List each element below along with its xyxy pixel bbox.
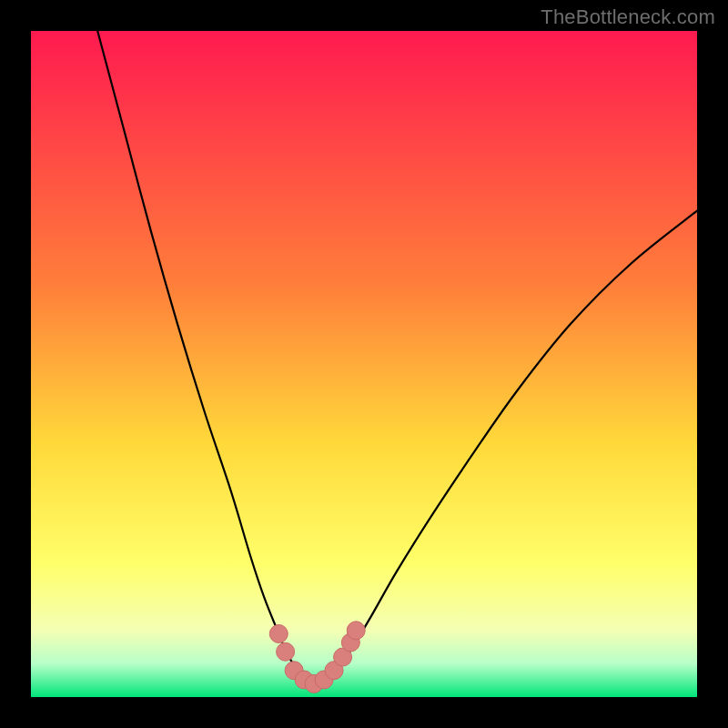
marker-point <box>269 624 288 642</box>
chart-svg <box>31 31 697 697</box>
watermark-text: TheBottleneck.com <box>541 5 715 29</box>
plot-area <box>31 31 697 697</box>
marker-point <box>277 642 295 661</box>
marker-point <box>347 622 365 640</box>
outer-frame: TheBottleneck.com <box>0 0 728 728</box>
gradient-background <box>31 31 697 697</box>
